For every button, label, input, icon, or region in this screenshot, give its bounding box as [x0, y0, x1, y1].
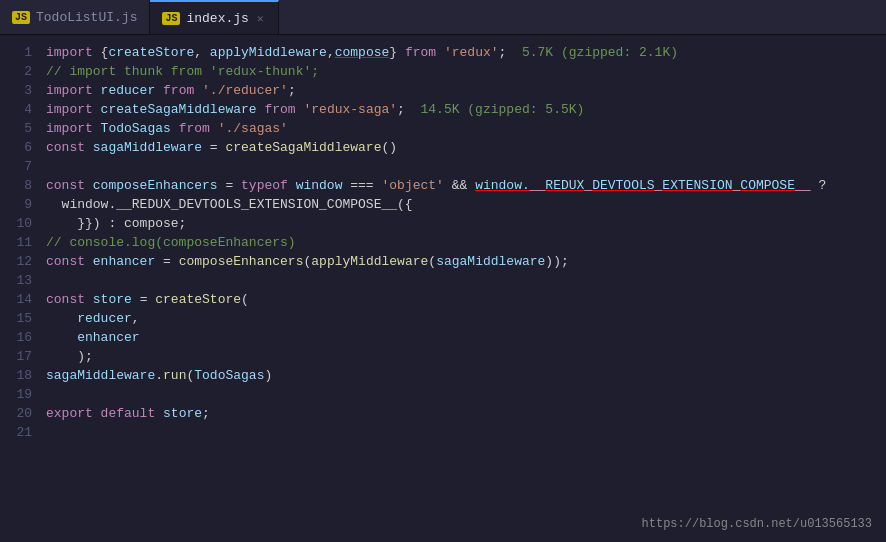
code-line-18: sagaMiddleware.run(TodoSagas) — [46, 366, 886, 385]
code-line-7 — [46, 157, 886, 176]
code-line-3: import reducer from './reducer'; — [46, 81, 886, 100]
code-content: import {createStore, applyMiddleware,com… — [42, 35, 886, 542]
code-line-13 — [46, 271, 886, 290]
code-line-17: ); — [46, 347, 886, 366]
url-text: https://blog.csdn.net/u013565133 — [642, 515, 872, 534]
code-line-19 — [46, 385, 886, 404]
editor-area: 1 2 3 4 5 6 7 8 9 10 11 12 13 14 15 16 1… — [0, 35, 886, 542]
code-line-6: const sagaMiddleware = createSagaMiddlew… — [46, 138, 886, 157]
code-line-2: // import thunk from 'redux-thunk'; — [46, 62, 886, 81]
code-line-20: export default store; — [46, 404, 886, 423]
code-line-14: const store = createStore( — [46, 290, 886, 309]
tab-index[interactable]: JS index.js ✕ — [150, 0, 278, 34]
tab-label-1: TodoListUI.js — [36, 10, 137, 25]
code-line-1: import {createStore, applyMiddleware,com… — [46, 43, 886, 62]
code-line-12: const enhancer = composeEnhancers(applyM… — [46, 252, 886, 271]
tab-label-2: index.js — [186, 11, 248, 26]
tab-bar: JS TodoListUI.js JS index.js ✕ — [0, 0, 886, 35]
code-line-15: reducer, — [46, 309, 886, 328]
line-numbers: 1 2 3 4 5 6 7 8 9 10 11 12 13 14 15 16 1… — [0, 35, 42, 542]
code-line-10: }}) : compose; — [46, 214, 886, 233]
code-line-11: // console.log(composeEnhancers) — [46, 233, 886, 252]
close-icon[interactable]: ✕ — [255, 11, 266, 26]
tab-todolistui[interactable]: JS TodoListUI.js — [0, 0, 150, 34]
js-icon-1: JS — [12, 11, 30, 24]
code-line-4: import createSagaMiddleware from 'redux-… — [46, 100, 886, 119]
code-line-16: enhancer — [46, 328, 886, 347]
code-line-9: window.__REDUX_DEVTOOLS_EXTENSION_COMPOS… — [46, 195, 886, 214]
js-icon-2: JS — [162, 12, 180, 25]
code-line-21 — [46, 423, 886, 442]
code-line-5: import TodoSagas from './sagas' — [46, 119, 886, 138]
code-line-8: const composeEnhancers = typeof window =… — [46, 176, 886, 195]
